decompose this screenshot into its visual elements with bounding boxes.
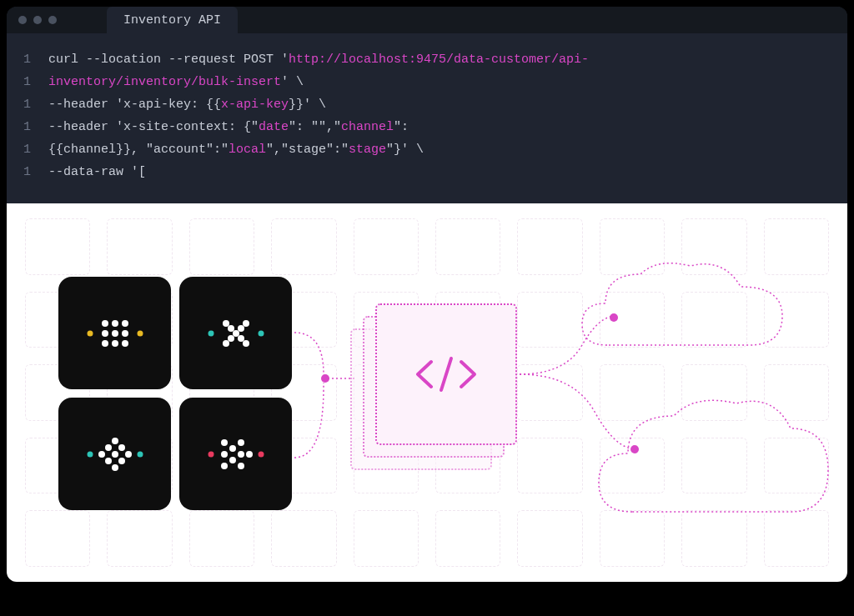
bg-cell <box>517 510 582 567</box>
svg-point-35 <box>229 445 236 452</box>
line-number: 1 <box>23 71 48 93</box>
svg-point-27 <box>112 451 118 458</box>
bg-cell <box>681 438 746 494</box>
close-dot[interactable] <box>18 16 27 24</box>
bg-cell <box>600 364 665 421</box>
line-number: 1 <box>23 116 48 138</box>
bg-cell <box>107 510 172 567</box>
line-number: 1 <box>23 138 48 161</box>
code-content[interactable]: --data-raw '[ <box>48 161 146 183</box>
terminal-window: Inventory API 1curl --location --request… <box>7 7 847 203</box>
bg-cell <box>271 510 336 567</box>
svg-point-36 <box>221 451 228 458</box>
svg-point-2 <box>112 320 118 327</box>
bg-cell <box>271 218 336 275</box>
bg-cell <box>517 364 582 421</box>
code-line: 1--data-raw '[ <box>23 161 831 183</box>
bg-cell <box>354 510 419 567</box>
bg-cell <box>600 510 665 567</box>
code-content[interactable]: --header 'x-site-context: {"date": "","c… <box>48 116 409 138</box>
svg-point-25 <box>118 444 125 451</box>
svg-point-39 <box>246 451 253 458</box>
svg-point-18 <box>238 335 244 342</box>
stack-layer-front <box>375 303 517 445</box>
bg-cell <box>435 510 500 567</box>
bg-cell <box>189 218 254 275</box>
line-number: 1 <box>23 93 48 116</box>
svg-point-24 <box>105 444 112 451</box>
bg-cell <box>600 438 665 494</box>
code-content[interactable]: curl --location --request POST 'http://l… <box>48 48 589 71</box>
diagram-panel <box>7 203 847 582</box>
svg-point-30 <box>118 458 125 464</box>
svg-point-8 <box>112 340 118 347</box>
svg-point-13 <box>243 320 249 327</box>
bg-cell <box>764 364 829 421</box>
tab-inventory-api[interactable]: Inventory API <box>107 7 238 33</box>
bg-cell <box>681 292 746 348</box>
svg-point-29 <box>105 458 112 464</box>
svg-point-5 <box>112 330 118 337</box>
svg-point-22 <box>87 451 93 457</box>
svg-point-12 <box>223 320 229 327</box>
svg-point-17 <box>228 335 234 342</box>
bg-cell <box>435 218 500 275</box>
svg-point-37 <box>238 451 244 458</box>
svg-point-10 <box>137 330 143 336</box>
svg-point-15 <box>238 325 244 332</box>
svg-point-41 <box>238 439 244 446</box>
bg-cell <box>517 218 582 275</box>
svg-line-45 <box>441 358 451 390</box>
svg-point-38 <box>229 457 236 463</box>
service-tile-arrow-icon[interactable] <box>179 398 292 510</box>
code-editor[interactable]: 1curl --location --request POST 'http://… <box>7 33 847 203</box>
service-tile-diamond-icon[interactable] <box>58 398 171 510</box>
code-content[interactable]: {{channel}}, "account":"local","stage":"… <box>48 138 424 161</box>
code-line: 1{{channel}}, "account":"local","stage":… <box>23 138 831 161</box>
bg-cell <box>517 438 582 494</box>
minimize-dot[interactable] <box>33 16 42 24</box>
code-content[interactable]: inventory/inventory/bulk-insert' \ <box>48 71 304 93</box>
svg-point-43 <box>258 451 264 457</box>
line-number: 1 <box>23 48 48 71</box>
svg-point-26 <box>98 451 105 458</box>
bg-cell <box>600 292 665 348</box>
code-line: 1--header 'x-site-context: {"date": "","… <box>23 116 831 138</box>
svg-point-3 <box>122 320 128 327</box>
svg-point-40 <box>221 463 228 469</box>
bg-cell <box>681 510 746 567</box>
maximize-dot[interactable] <box>48 16 57 24</box>
window-controls[interactable] <box>18 16 57 24</box>
svg-point-6 <box>122 330 128 337</box>
code-line: 1curl --location --request POST 'http://… <box>23 48 831 71</box>
svg-point-21 <box>258 330 264 336</box>
svg-point-32 <box>137 451 143 457</box>
bg-cell <box>681 218 746 275</box>
bg-cell <box>25 510 90 567</box>
bg-cell <box>600 218 665 275</box>
svg-point-4 <box>102 330 108 337</box>
svg-point-20 <box>243 340 249 347</box>
bg-cell <box>189 510 254 567</box>
code-line: 1inventory/inventory/bulk-insert' \ <box>23 71 831 93</box>
service-tile-grid-icon[interactable] <box>58 277 171 389</box>
tab-label: Inventory API <box>123 13 221 28</box>
bg-cell <box>764 438 829 494</box>
line-number: 1 <box>23 161 48 183</box>
svg-point-34 <box>221 439 228 446</box>
service-tile-x-icon[interactable] <box>179 277 292 389</box>
svg-point-16 <box>233 330 239 337</box>
svg-point-28 <box>125 451 132 458</box>
svg-point-14 <box>228 325 234 332</box>
bg-cell <box>681 364 746 421</box>
code-brackets-icon <box>413 353 480 395</box>
code-content[interactable]: --header 'x-api-key: {{x-api-key}}' \ <box>48 93 326 116</box>
svg-point-33 <box>208 451 214 457</box>
svg-point-19 <box>223 340 229 347</box>
bg-cell <box>764 292 829 348</box>
svg-point-0 <box>87 330 93 336</box>
svg-point-23 <box>112 438 118 444</box>
svg-point-11 <box>208 330 214 336</box>
bg-cell <box>107 218 172 275</box>
bg-cell <box>25 218 90 275</box>
